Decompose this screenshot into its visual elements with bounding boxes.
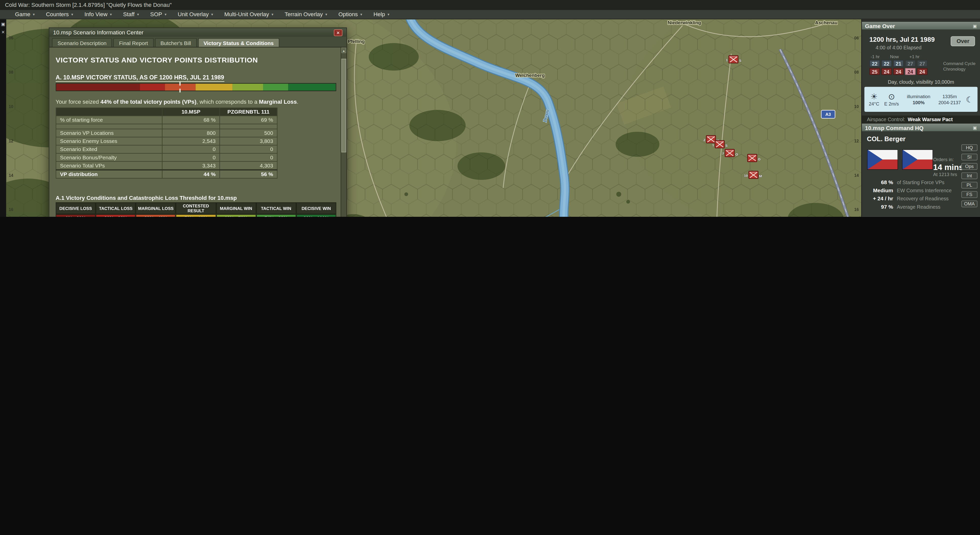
tab-butcher-s-bill[interactable]: Butcher's Bill (155, 38, 197, 47)
vp-table: 10.MSPPZGRENBTL 111% of starting force68… (56, 108, 277, 179)
vp-row: Scenario Bonus/Penalty00 (56, 153, 277, 161)
chevron-down-icon: ▾ (137, 10, 139, 19)
menu-item-options[interactable]: Options▾ (333, 10, 367, 19)
cycle-chip[interactable]: 24 (893, 68, 904, 75)
grid-row-number: 12 (854, 139, 859, 143)
cycle-chip[interactable]: 21 (893, 60, 904, 67)
menu-item-staff[interactable]: Staff▾ (118, 10, 144, 19)
hq-button-hq[interactable]: HQ (961, 144, 977, 151)
grid-row-number: 16 (9, 207, 13, 212)
dialog-titlebar[interactable]: 10.msp Scenario Information Center ✕ (49, 28, 346, 37)
temperature: 24°C (869, 101, 879, 106)
grid-row-number: 06 (9, 36, 13, 40)
vp-row: % of starting force68 %69 % (56, 116, 277, 124)
wind: E 2m/s (884, 101, 899, 106)
cycle-label: Command Cycle Chronology (943, 61, 977, 72)
menu-bar: Game▾Counters▾Info View▾Staff▾SOP▾Unit O… (0, 10, 980, 19)
town-label: Aschenau (815, 20, 837, 25)
cycle-chip-row-1: 2222212727 (869, 60, 928, 67)
status-badge: Over (951, 36, 975, 46)
gauge-segment (165, 84, 196, 90)
town-label: Welchenberg (515, 73, 545, 78)
menu-item-info-view[interactable]: Info View▾ (80, 10, 117, 19)
menu-item-terrain-overlay[interactable]: Terrain Overlay▾ (280, 10, 332, 19)
cycle-chip[interactable]: 24 (905, 68, 916, 75)
scrollbar-thumb[interactable] (341, 59, 346, 152)
gauge-segment (232, 84, 263, 90)
vp-row: Scenario Enemy Losses2,5433,803 (56, 137, 277, 145)
menu-item-help[interactable]: Help▾ (368, 10, 395, 19)
cycle-chip[interactable]: 24 (917, 68, 928, 75)
tab-final-report[interactable]: Final Report (113, 38, 154, 47)
condition-range: 63% - 73% (216, 214, 256, 217)
route-shield: A3 (821, 110, 835, 118)
game-status-header[interactable]: Game Over▣ (862, 22, 980, 30)
chevron-down-icon: ▾ (325, 10, 327, 19)
cycle-chip[interactable]: 27 (905, 60, 916, 67)
faction-flags (867, 149, 933, 170)
menu-item-game[interactable]: Game▾ (10, 10, 40, 19)
game-status-body: 1200 hrs, Jul 21 1989 4:00 of 4:00 Elaps… (862, 30, 980, 124)
victory-status-line: Your force seized 44% of the total victo… (56, 98, 336, 105)
section-a-title: A. 10.MSP VICTORY STATUS, AS OF 1200 HRS… (56, 74, 336, 81)
condition-name: DECISIVE WIN (296, 202, 336, 214)
grid-row-number: 12 (9, 139, 13, 143)
sun-icon: ☀ (870, 92, 878, 100)
scroll-up-icon[interactable]: ▲ (341, 48, 346, 53)
cycle-chip[interactable]: 22 (881, 60, 892, 67)
hq-button-pl[interactable]: PL (961, 182, 977, 189)
svg-text:10: 10 (744, 174, 748, 178)
menu-item-multi-unit-overlay[interactable]: Multi-Unit Overlay▾ (219, 10, 278, 19)
czech-flag (902, 149, 933, 170)
hq-button-ops[interactable]: Ops (961, 163, 977, 170)
command-hq-header[interactable]: 10.msp Command HQ▣ (862, 124, 980, 132)
illumination-value: 100% (913, 100, 924, 105)
dialog-tabs: Scenario DescriptionFinal ReportButcher'… (49, 37, 346, 48)
commander-name: COL. Berger (867, 135, 905, 143)
cycle-chip[interactable]: 24 (881, 68, 892, 75)
victory-conditions-table: DECISIVE LOSSTACTICAL LOSSMARGINAL LOSSC… (56, 202, 336, 217)
menu-item-sop[interactable]: SOP▾ (145, 10, 172, 19)
weather-conditions-text: Day, cloudy, visibility 10,000m (862, 79, 980, 85)
condition-name: CONTESTED RESULT (176, 202, 216, 214)
panel-expand-icon[interactable]: ▣ (973, 22, 977, 30)
cycle-chip[interactable]: 25 (869, 68, 880, 75)
chevron-down-icon: ▾ (271, 10, 273, 19)
grid-row-number: 10 (854, 104, 859, 109)
menu-item-counters[interactable]: Counters▾ (41, 10, 78, 19)
cycle-chip[interactable]: 27 (917, 60, 928, 67)
svg-text:2: 2 (703, 138, 705, 142)
hq-button-oma[interactable]: OMA (961, 200, 977, 207)
screen: Cold War: Southern Storm [2.1.4.8795s] "… (0, 0, 980, 217)
tab-victory-status-conditions[interactable]: Victory Status & Conditions (198, 38, 280, 47)
hq-button-fs[interactable]: FS (961, 191, 977, 198)
condition-name: MARGINAL WIN (216, 202, 256, 214)
tab-scenario-description[interactable]: Scenario Description (52, 38, 112, 47)
condition-range: 50% - 62% (176, 214, 216, 217)
svg-text:1: 1 (726, 58, 728, 62)
wind-icon: ⊙ (888, 92, 895, 100)
panel-expand-icon[interactable]: ▣ (973, 124, 977, 132)
illumination-label: illumination (907, 93, 931, 99)
svg-text:1: 1 (712, 143, 714, 147)
condition-name: DECISIVE LOSS (56, 202, 96, 214)
dialog-scrollbar[interactable]: ▲ ▼ (340, 48, 346, 217)
chevron-down-icon: ▾ (110, 10, 111, 19)
orders-label: Orders in: (933, 157, 962, 162)
menu-item-unit-overlay[interactable]: Unit Overlay▾ (173, 10, 218, 19)
hq-button-int[interactable]: Int (961, 172, 977, 179)
vp-row (56, 124, 277, 129)
close-icon[interactable]: ✕ (334, 29, 342, 36)
scenario-info-dialog[interactable]: 10.msp Scenario Information Center ✕ Sce… (49, 28, 347, 217)
dock-close-icon[interactable]: ✕ (1, 30, 5, 35)
grid-row-number: 14 (854, 173, 859, 178)
condition-range: 30% - 38% (96, 214, 136, 217)
cycle-chip[interactable]: 22 (869, 60, 880, 67)
command-hq-panel: 10.msp Command HQ▣ COL. Berger Orders in… (862, 124, 980, 217)
hq-button-si[interactable]: SI (961, 154, 977, 160)
gauge-segment (263, 84, 288, 90)
chevron-down-icon: ▾ (33, 10, 35, 19)
dock-panel-icon[interactable]: ▣ (1, 22, 5, 27)
vp-row: Scenario Exited00 (56, 145, 277, 153)
right-sidebar: Game Over▣ 1200 hrs, Jul 21 1989 4:00 of… (861, 19, 980, 217)
